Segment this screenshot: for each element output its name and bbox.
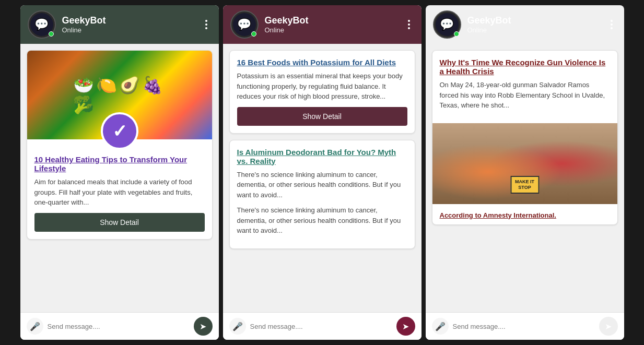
show-detail-button-2-1[interactable]: Show Detail [237,107,407,126]
avatar-2: 💬 [230,10,259,39]
online-indicator-1 [49,31,54,37]
protest-image: MAKE IT STOP [432,123,617,204]
dot-1 [205,20,207,22]
article-card-2-1: 16 Best Foods with Potassium for All Die… [229,50,415,134]
dot-3 [205,27,207,29]
chat-input-area-3: 🎤 ➤ [426,312,624,340]
message-input-3[interactable] [453,323,595,330]
card-content-2-1: 16 Best Foods with Potassium for All Die… [230,51,415,133]
chat-window-2: 💬 GeekyBot Online 16 Best Foods with Pot… [223,5,421,340]
chat-icon-3: 💬 [440,18,454,31]
article-card-1-1: 10 Healthy Eating Tips to Transform Your… [27,50,213,240]
mic-button-1[interactable]: 🎤 [27,318,43,335]
card-content-3-1: Why It's Time We Recognize Gun Violence … [432,51,617,123]
dot-2 [205,23,207,26]
article-card-2-2: Is Aluminum Deodorant Bad for You? Myth … [229,140,415,249]
chat-body-2: 16 Best Foods with Potassium for All Die… [223,44,421,312]
card-description-2-2b: There's no science linking aluminum to c… [237,205,407,236]
card-description-3-1: On May 24, 18-year-old gunman Salvador R… [440,80,610,111]
according-link[interactable]: According to Amnesty International. [440,207,610,221]
card-title-link-2-2[interactable]: Is Aluminum Deodorant Bad for You? Myth … [237,148,407,165]
menu-button-1[interactable] [201,18,212,31]
chat-input-area-1: 🎤 ➤ [20,312,219,340]
header-info-3: GeekyBot Online [467,15,606,34]
chat-header-3: 💬 GeekyBot Online [426,5,624,44]
bot-name-3: GeekyBot [467,15,606,26]
message-input-2[interactable] [250,323,392,330]
chat-icon-2: 💬 [237,18,251,31]
bot-status-3: Online [467,26,606,34]
image-container-1 [27,51,212,139]
card-title-link-3-1[interactable]: Why It's Time We Recognize Gun Violence … [440,58,610,76]
chat-window-3: 💬 GeekyBot Online Why It's Time We Recog… [426,5,624,340]
chat-header-1: 💬 GeekyBot Online [20,5,219,44]
chat-header-2: 💬 GeekyBot Online [223,5,421,44]
dot-6 [408,27,410,29]
bot-status-1: Online [62,26,201,34]
card-footer-3-1: According to Amnesty International. [432,204,617,224]
send-button-2[interactable]: ➤ [396,317,415,336]
chat-input-area-2: 🎤 ➤ [223,312,421,340]
article-card-3-1: Why It's Time We Recognize Gun Violence … [432,50,618,225]
card-description-2-2: There's no science linking aluminum to c… [237,170,407,200]
header-info-2: GeekyBot Online [265,15,404,34]
online-indicator-2 [251,31,256,37]
chat-icon-1: 💬 [34,18,49,31]
message-input-1[interactable] [48,323,190,330]
menu-button-3[interactable] [606,18,617,31]
avatar-3: 💬 [433,10,461,39]
card-title-link-1-1[interactable]: 10 Healthy Eating Tips to Transform Your… [34,155,205,173]
card-description-1-1: Aim for balanced meals that include a va… [34,177,205,208]
checkmark-overlay [101,112,138,150]
chat-body-1: 10 Healthy Eating Tips to Transform Your… [20,44,219,312]
dot-9 [611,27,613,29]
dot-7 [611,20,613,22]
dot-8 [611,23,613,26]
show-detail-button-1-1[interactable]: Show Detail [34,213,205,232]
card-content-2-2: Is Aluminum Deodorant Bad for You? Myth … [230,140,415,248]
send-button-3[interactable]: ➤ [599,317,618,336]
bot-status-2: Online [265,26,404,34]
send-button-1[interactable]: ➤ [194,317,213,336]
card-title-link-2-1[interactable]: 16 Best Foods with Potassium for All Die… [237,58,407,67]
bot-name-2: GeekyBot [265,15,404,26]
menu-button-2[interactable] [404,18,414,31]
dot-4 [408,20,410,22]
online-indicator-3 [454,31,459,37]
mic-button-3[interactable]: 🎤 [432,318,449,335]
chat-body-3: Why It's Time We Recognize Gun Violence … [426,44,624,312]
avatar-1: 💬 [28,10,56,39]
bot-name-1: GeekyBot [62,15,201,26]
card-description-2-1: Potassium is an essential mineral that k… [237,71,407,102]
chat-window-1: 💬 GeekyBot Online 10 Healthy Eating Tips… [20,5,219,340]
protest-sign: MAKE IT STOP [510,176,539,194]
card-content-1-1: 10 Healthy Eating Tips to Transform Your… [27,139,212,239]
mic-button-2[interactable]: 🎤 [229,318,246,335]
header-info-1: GeekyBot Online [62,15,201,34]
dot-5 [408,23,410,26]
